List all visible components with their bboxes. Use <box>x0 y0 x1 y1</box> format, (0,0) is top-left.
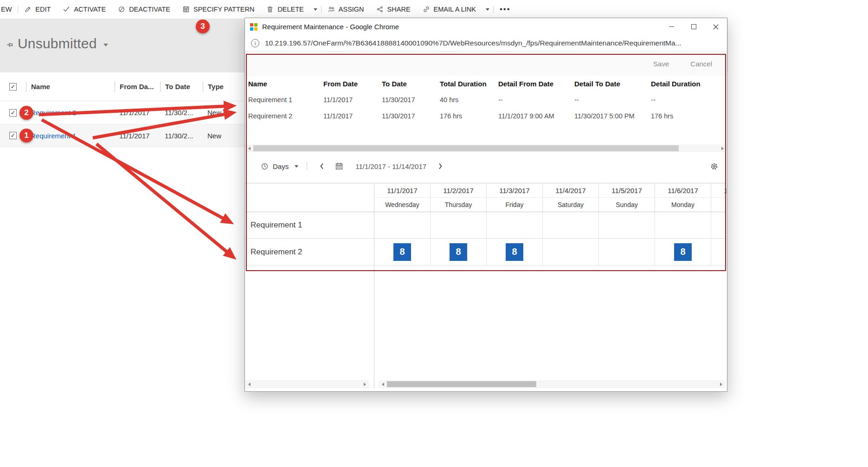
cell-from-date: 11/1/2017 <box>115 109 160 117</box>
day-header: Monday <box>655 198 711 212</box>
column-header-type[interactable]: Type <box>203 82 245 92</box>
cell-from: 11/1/2017 <box>320 96 379 104</box>
date-header[interactable]: 11/6/2017 <box>655 183 711 197</box>
cell-detail-to: -- <box>571 96 648 104</box>
select-all-checkbox[interactable] <box>9 83 17 91</box>
page-info-icon[interactable] <box>251 39 259 47</box>
specify-pattern-button[interactable]: SPECIFY PATTERN <box>176 0 260 19</box>
table-horizontal-scrollbar[interactable] <box>245 144 727 152</box>
date-header[interactable]: 11/4/2017 <box>542 183 598 197</box>
scroll-left-arrow[interactable] <box>379 380 386 388</box>
scroll-left-arrow[interactable] <box>245 380 253 388</box>
schedule-cell[interactable] <box>655 212 711 238</box>
chevron-down-icon[interactable] <box>295 165 298 169</box>
scroll-right-arrow[interactable] <box>719 144 727 152</box>
date-header[interactable]: 11/3/2017 <box>486 183 542 197</box>
email-a-link-button-label: EMAIL A LINK <box>434 6 476 13</box>
date-picker-button[interactable] <box>335 162 343 170</box>
email-a-link-button[interactable]: EMAIL A LINK <box>417 0 482 19</box>
share-button[interactable]: SHARE <box>370 0 417 19</box>
hours-badge[interactable]: 8 <box>393 243 411 261</box>
date-header[interactable]: 11/5/2017 <box>598 183 655 197</box>
new-button[interactable]: EW <box>0 0 18 19</box>
schedule-cell[interactable] <box>542 239 598 265</box>
address-bar[interactable]: 10.219.196.57/OneFarm/%7B636418888140001… <box>245 35 727 52</box>
schedule-cell[interactable] <box>486 212 542 238</box>
window-titlebar[interactable]: Requirement Maintenance - Google Chrome <box>245 18 727 35</box>
more-commands-button[interactable]: ••• <box>494 0 517 19</box>
time-scale-dropdown[interactable]: Days <box>273 162 289 170</box>
day-header: Wednesday <box>374 198 430 212</box>
requirements-grid: Name From Da... To Date Type Requirement… <box>0 72 245 147</box>
names-horizontal-scrollbar[interactable] <box>245 380 369 388</box>
column-header-name[interactable]: Name <box>26 82 115 92</box>
schedule-cell[interactable]: 8 <box>374 239 430 265</box>
cancel-button[interactable]: Cancel <box>690 60 712 68</box>
table-row[interactable]: Requirement 2 11/1/2017 11/30/2017 176 h… <box>245 108 727 124</box>
edit-button[interactable]: EDIT <box>18 0 57 19</box>
delete-dropdown-chevron[interactable] <box>310 0 321 19</box>
schedule-cell[interactable]: 8 <box>655 239 711 265</box>
hours-badge[interactable]: 8 <box>506 243 523 261</box>
scroll-right-arrow[interactable] <box>718 380 726 388</box>
schedule-cell[interactable]: 8 <box>486 239 542 265</box>
view-selector[interactable]: Unsubmitted <box>18 36 108 52</box>
screen: EW EDIT ACTIVATE DEACTIVATE SPECIFY PATT… <box>0 0 868 467</box>
date-header[interactable]: 11/7/2017 <box>711 183 727 197</box>
schedule-cell[interactable] <box>598 212 655 238</box>
share-icon <box>376 6 384 13</box>
hours-badge[interactable]: 8 <box>674 243 692 261</box>
scroll-left-arrow[interactable] <box>245 144 253 152</box>
schedule-cell[interactable] <box>598 239 655 265</box>
schedule-toolbar: Days 11/1/2017 - 11/14/2017 <box>245 155 727 178</box>
schedule-horizontal-scrollbar[interactable] <box>379 380 726 388</box>
deactivate-button[interactable]: DEACTIVATE <box>112 0 176 19</box>
column-header-from-date[interactable]: From Da... <box>115 82 160 92</box>
detail-col-detail-duration: Detail Duration <box>648 80 727 88</box>
date-header[interactable]: 11/1/2017 <box>374 183 430 197</box>
row-checkbox[interactable] <box>9 109 17 117</box>
settings-button[interactable] <box>710 155 719 178</box>
schedule-cell[interactable] <box>711 239 727 265</box>
email-a-link-dropdown-chevron[interactable] <box>482 0 493 19</box>
chevron-down-icon <box>103 44 108 49</box>
cell-from: 11/1/2017 <box>320 112 379 120</box>
scrollbar-thumb[interactable] <box>253 145 679 151</box>
schedule-cell[interactable]: 8 <box>430 239 486 265</box>
save-button[interactable]: Save <box>653 60 669 68</box>
delete-button[interactable]: DELETE <box>260 0 309 19</box>
table-row[interactable]: Requirement 1 11/1/2017 11/30/2... New <box>0 124 245 147</box>
day-header: Saturday <box>542 198 598 212</box>
row-checkbox[interactable] <box>9 132 17 139</box>
requirement-link[interactable]: Requirement 1 <box>31 132 76 140</box>
grid-header-row: Name From Da... To Date Type <box>0 72 245 101</box>
maximize-button[interactable] <box>682 18 705 35</box>
close-icon <box>713 24 719 30</box>
schedule-cell[interactable] <box>711 212 727 238</box>
close-button[interactable] <box>705 18 727 35</box>
scroll-right-arrow[interactable] <box>361 380 369 388</box>
table-row[interactable]: Requirement 2 11/1/2017 11/30/2... New <box>0 101 245 124</box>
requirement-link[interactable]: Requirement 2 <box>31 109 76 117</box>
minimize-button[interactable] <box>660 18 682 35</box>
scrollbar-thumb[interactable] <box>387 381 536 387</box>
next-period-button[interactable] <box>437 162 444 170</box>
column-header-to-date[interactable]: To Date <box>160 82 203 92</box>
previous-period-button[interactable] <box>318 162 326 170</box>
view-title: Unsubmitted <box>18 36 97 52</box>
activate-button[interactable]: ACTIVATE <box>57 0 112 19</box>
microsoft-logo-icon <box>250 23 257 31</box>
schedule-cell[interactable] <box>542 212 598 238</box>
pin-icon[interactable] <box>6 41 13 51</box>
calendar-icon <box>335 162 343 170</box>
action-bar: Save Cancel <box>245 52 727 76</box>
hours-badge[interactable]: 8 <box>450 243 467 261</box>
assign-button[interactable]: ASSIGN <box>321 0 370 19</box>
table-row[interactable]: Requirement 1 11/1/2017 11/30/2017 40 hr… <box>245 91 727 108</box>
schedule-cell[interactable] <box>374 212 430 238</box>
delete-button-label: DELETE <box>277 6 303 13</box>
requirement-maintenance-window: Requirement Maintenance - Google Chrome … <box>244 18 727 392</box>
date-header[interactable]: 11/2/2017 <box>430 183 486 197</box>
pencil-icon <box>24 6 32 13</box>
schedule-cell[interactable] <box>430 212 486 238</box>
